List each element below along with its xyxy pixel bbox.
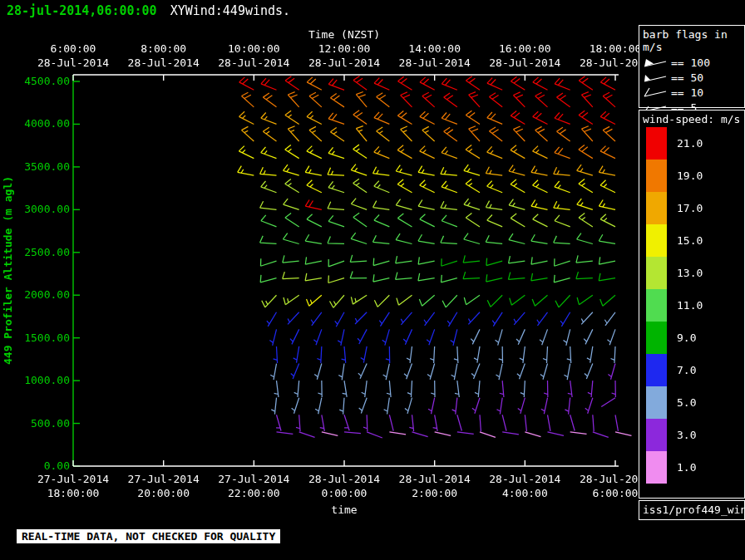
colorbar-row: 7.0: [639, 354, 744, 386]
colorbar-swatch: [646, 354, 667, 386]
colorbar-row: 1.0: [639, 451, 744, 484]
barb-legend-row: == 100: [639, 55, 744, 70]
colorbar-row: 15.0: [639, 224, 744, 257]
colorbar-row: 3.0: [639, 419, 744, 451]
left-axis-tick-label: 1500.00: [0, 332, 70, 344]
datasource-label: iss1/prof449_winds: [639, 501, 744, 518]
flag-100-icon: [643, 56, 668, 69]
barb-legend-rows: == 100== 50== 10== 5: [639, 55, 744, 115]
colorbar-swatch: [646, 257, 667, 289]
top-axis-tick-label: 16:00:0028-Jul-2014: [483, 42, 566, 70]
pennant-50-icon: [643, 71, 668, 84]
colorbar-value-label: 7.0: [677, 364, 696, 376]
datasource-panel: iss1/prof449_winds: [639, 500, 745, 520]
colorbar-value-label: 9.0: [677, 332, 696, 344]
colorbar-value-label: 21.0: [677, 137, 703, 150]
colorbar-title: wind-speed: m/s: [639, 111, 744, 127]
colorbar-row: 19.0: [639, 160, 744, 192]
left-axis-tick-label: 2500.00: [0, 246, 70, 258]
colorbar-swatch: [646, 419, 667, 451]
left-axis-tick-label: 2000.00: [0, 288, 70, 301]
colorbar-row: 17.0: [639, 192, 744, 224]
title-timestamp: 28-jul-2014,06:00:00: [7, 3, 157, 18]
left-axis-tick-label: 1000.00: [0, 374, 70, 386]
wind-speed-colorbar: wind-speed: m/s 21.019.017.015.013.011.0…: [639, 110, 745, 499]
left-axis-tick-label: 500.00: [0, 417, 70, 430]
barb-flags-legend: barb flags in m/s == 100== 50== 10== 5: [639, 25, 745, 108]
colorbar-value-label: 5.0: [677, 396, 696, 409]
left-axis-tick-label: 3500.00: [0, 160, 70, 173]
barb-legend-row: == 50: [639, 70, 744, 85]
colorbar-swatch: [646, 127, 667, 160]
bottom-axis-tick-label: 28-Jul-20142:00:00: [393, 472, 476, 500]
top-axis-tick-label: 10:00:0028-Jul-2014: [212, 42, 295, 70]
bottom-axis-tick-label: 27-Jul-201422:00:00: [212, 472, 295, 500]
bottom-axis-tick-label: 28-Jul-20140:00:00: [303, 472, 386, 500]
bottom-axis-tick-label: 27-Jul-201418:00:00: [32, 472, 115, 500]
colorbar-value-label: 15.0: [677, 234, 703, 247]
colorbar-value-label: 13.0: [677, 267, 703, 279]
colorbar-value-label: 19.0: [677, 169, 703, 182]
realtime-warning-banner: REAL-TIME DATA, NOT CHECKED FOR QUALITY: [17, 529, 280, 543]
plot-title: XYWind:449winds.: [170, 3, 291, 18]
left-axis-tick-label: 3000.00: [0, 203, 70, 215]
top-axis-title: Time (NZST): [73, 28, 615, 41]
left-axis-tick-label: 0.00: [0, 459, 70, 472]
barb-legend-label: == 100: [671, 56, 710, 69]
colorbar-value-label: 11.0: [677, 299, 703, 312]
colorbar-swatch: [646, 451, 667, 484]
barb-legend-label: == 50: [671, 71, 703, 84]
top-axis-tick-label: 6:00:0028-Jul-2014: [32, 42, 115, 70]
bottom-axis-tick-label: 27-Jul-201420:00:00: [122, 472, 205, 500]
top-axis-tick-label: 14:00:0028-Jul-2014: [393, 42, 476, 70]
colorbar-row: 11.0: [639, 289, 744, 322]
top-axis-tick-label: 12:00:0028-Jul-2014: [303, 42, 386, 70]
colorbar-value-label: 3.0: [677, 429, 696, 441]
bottom-axis-tick-label: 28-Jul-20144:00:00: [483, 472, 566, 500]
colorbar-swatch: [646, 160, 667, 192]
colorbar-row: 21.0: [639, 127, 744, 160]
colorbar-swatch: [646, 192, 667, 224]
barb-legend-title: barb flags in m/s: [639, 26, 744, 55]
top-axis-tick-label: 8:00:0028-Jul-2014: [122, 42, 205, 70]
wind-profiler-screen: { "title": { "timestamp": "28-jul-2014,0…: [0, 0, 745, 560]
colorbar-row: 9.0: [639, 322, 744, 354]
colorbar-swatch: [646, 224, 667, 257]
left-axis-tick-label: 4000.00: [0, 117, 70, 130]
colorbar-value-label: 1.0: [677, 461, 696, 474]
colorbar-swatch: [646, 289, 667, 322]
colorbar-swatch: [646, 386, 667, 419]
colorbar-row: 13.0: [639, 257, 744, 289]
barb-10-icon: [643, 86, 668, 99]
colorbar-swatch: [646, 322, 667, 354]
colorbar-value-label: 17.0: [677, 202, 703, 214]
bottom-axis-title: time: [73, 504, 615, 516]
colorbar-row: 5.0: [639, 386, 744, 419]
colorbar-rows: 21.019.017.015.013.011.09.07.05.03.01.0: [639, 127, 744, 484]
barb-legend-row: == 10: [639, 85, 744, 100]
barb-legend-label: == 10: [671, 86, 703, 99]
left-axis-title-wrap: 449 Profiler Altitude (m agl): [2, 75, 14, 466]
left-axis-tick-label: 4500.00: [0, 75, 70, 87]
title-bar: 28-jul-2014,06:00:00XYWind:449winds.: [7, 3, 290, 18]
